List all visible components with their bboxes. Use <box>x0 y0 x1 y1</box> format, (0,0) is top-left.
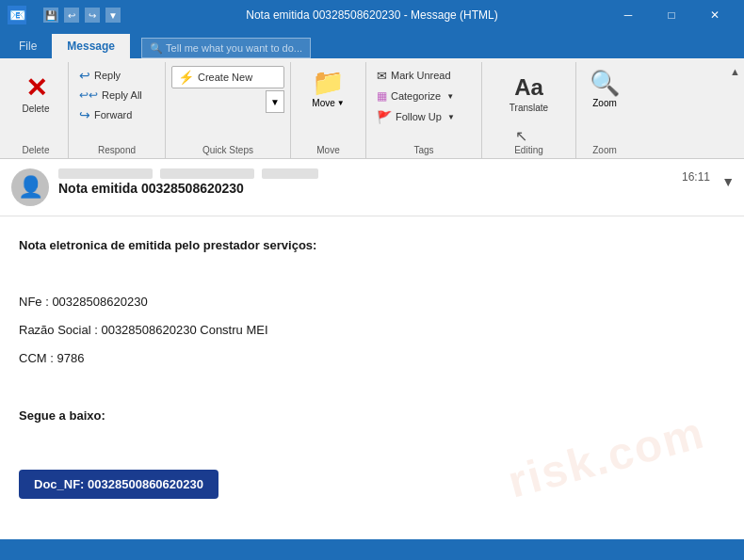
forward-label: Forward <box>94 109 132 120</box>
zoom-button[interactable]: 🔍 Zoom <box>585 64 624 113</box>
move-content: 📁 Move ▼ <box>303 62 353 143</box>
delete-icon: ✕ <box>25 75 47 102</box>
undo-titlebar-button[interactable]: ↩ <box>64 8 79 23</box>
respond-buttons: ↩ Reply ↩↩ Reply All ↪ Forward <box>74 64 159 124</box>
document-download-button[interactable]: Doc_NF: 00328500860620230 <box>19 470 218 499</box>
sender-extra-placeholder <box>262 168 318 179</box>
ribbon-group-editing: Aa Translate ↖ Editing <box>482 62 576 158</box>
editing-content: Aa Translate ↖ <box>501 62 558 143</box>
body-spacer1 <box>19 264 687 284</box>
move-group-label: Move <box>297 143 360 158</box>
zoom-group-label: Zoom <box>582 143 627 158</box>
message-meta: Nota emitida 00328508620230 <box>58 168 733 196</box>
message-container: 👤 Nota emitida 00328508620230 16:11 ▼ No… <box>0 159 744 539</box>
reply-icon: ↩ <box>79 68 90 83</box>
forward-icon: ↪ <box>79 107 90 122</box>
reply-label: Reply <box>94 70 121 81</box>
tags-content: ✉ Mark Unread ▦ Categorize ▼ 🚩 Follow Up… <box>372 62 476 143</box>
move-label: Move <box>312 98 334 108</box>
ribbon-collapse[interactable]: ▲ <box>730 62 740 158</box>
ribbon-group-tags: ✉ Mark Unread ▦ Categorize ▼ 🚩 Follow Up… <box>366 62 482 158</box>
delete-label: Delete <box>23 104 50 115</box>
tab-file[interactable]: File <box>4 34 52 58</box>
ribbon-group-quicksteps: ⚡ Create New ▼ Quick Steps <box>166 62 291 158</box>
sender-info <box>58 168 733 179</box>
quick-steps-dropdown[interactable]: ▼ <box>266 90 284 113</box>
close-button[interactable]: ✕ <box>693 0 736 30</box>
body-ccm: CCM : 9786 <box>19 348 687 369</box>
translate-icon: Aa <box>514 74 543 101</box>
create-new-button[interactable]: ⚡ Create New <box>171 66 284 88</box>
move-button[interactable]: 📁 Move ▼ <box>303 64 353 111</box>
quick-access-toolbar: 💾 ↩ ↪ ▼ <box>43 8 121 23</box>
body-spacer2 <box>19 376 687 397</box>
qat-dropdown-button[interactable]: ▼ <box>105 8 121 23</box>
body-nfe: NFe : 00328508620230 <box>19 292 687 312</box>
sender-email-placeholder <box>160 168 254 179</box>
move-area: 📁 Move ▼ <box>303 64 353 111</box>
status-bar <box>0 539 744 560</box>
quicksteps-content: ⚡ Create New ▼ <box>171 62 284 143</box>
ribbon-group-respond: ↩ Reply ↩↩ Reply All ↪ Forward Respond <box>69 62 166 158</box>
cursor-select-button[interactable]: ↖ <box>510 124 548 143</box>
save-titlebar-button[interactable]: 💾 <box>43 8 58 23</box>
message-body: Nota eletronica de emitida pelo prestado… <box>0 216 744 518</box>
mark-unread-icon: ✉ <box>377 69 387 83</box>
respond-group-content: ↩ Reply ↩↩ Reply All ↪ Forward <box>74 62 159 143</box>
maximize-button[interactable]: □ <box>650 0 693 30</box>
ribbon: ✕ Delete Delete ↩ Reply ↩↩ Reply All <box>0 58 744 159</box>
quicksteps-group-label: Quick Steps <box>171 143 284 158</box>
categorize-button[interactable]: ▦ Categorize ▼ <box>372 87 476 105</box>
follow-up-chevron-icon: ▼ <box>447 113 455 121</box>
delete-button[interactable]: ✕ Delete <box>11 64 60 126</box>
move-icon: 📁 <box>312 67 345 98</box>
expand-button[interactable]: ▼ <box>721 174 735 189</box>
mark-unread-label: Mark Unread <box>391 70 451 81</box>
tell-me-search[interactable]: 🔍 Tell me what you want to do... <box>141 38 311 58</box>
title-bar: 📧 💾 ↩ ↪ ▼ Nota emitida 00328508620230 - … <box>0 0 744 30</box>
cursor-icon: ↖ <box>515 127 527 145</box>
tags-group-label: Tags <box>372 143 476 158</box>
zoom-icon: 🔍 <box>590 69 620 98</box>
move-dropdown: Move ▼ <box>312 98 344 108</box>
reply-all-icon: ↩↩ <box>79 88 98 102</box>
redo-titlebar-button[interactable]: ↪ <box>85 8 100 23</box>
search-icon: 🔍 <box>150 42 163 55</box>
delete-group-content: ✕ Delete <box>9 62 62 143</box>
mark-unread-button[interactable]: ✉ Mark Unread <box>372 66 476 85</box>
translate-label: Translate <box>509 103 548 113</box>
ribbon-group-move: 📁 Move ▼ Move <box>291 62 366 158</box>
reply-all-button[interactable]: ↩↩ Reply All <box>74 86 159 104</box>
move-chevron-icon: ▼ <box>337 99 345 107</box>
body-segue: Segue a baixo: <box>19 406 687 426</box>
tab-message[interactable]: Message <box>52 34 130 58</box>
delete-group: ✕ Delete <box>9 64 62 126</box>
zoom-content: 🔍 Zoom <box>585 62 624 143</box>
categorize-label: Categorize <box>391 90 441 102</box>
translate-button[interactable]: Aa Translate <box>503 66 556 120</box>
categorize-icon: ▦ <box>377 89 387 103</box>
forward-button[interactable]: ↪ Forward <box>74 105 159 124</box>
window-title: Nota emitida 00328508620230 - Message (H… <box>246 8 497 22</box>
tell-me-text: Tell me what you want to do... <box>166 42 302 54</box>
title-bar-left: 📧 💾 ↩ ↪ ▼ <box>8 6 121 24</box>
reply-button[interactable]: ↩ Reply <box>74 66 159 85</box>
follow-up-label: Follow Up <box>396 111 442 122</box>
app-icon: 📧 <box>8 6 26 24</box>
minimize-button[interactable]: ─ <box>607 0 650 30</box>
respond-group-label: Respond <box>74 143 159 158</box>
create-new-label: Create New <box>198 72 252 83</box>
body-razao: Razão Social : 00328508620230 Constru ME… <box>19 320 687 341</box>
body-spacer3 <box>19 434 687 455</box>
window-controls: ─ □ ✕ <box>607 0 736 30</box>
create-new-icon: ⚡ <box>178 70 194 85</box>
quick-steps-area: ⚡ Create New ▼ <box>171 64 284 113</box>
ribbon-group-delete: ✕ Delete Delete <box>4 62 69 158</box>
avatar-person-icon: 👤 <box>18 175 43 200</box>
ribbon-collapse-icon[interactable]: ▲ <box>730 66 740 77</box>
reply-all-label: Reply All <box>102 89 142 101</box>
follow-up-button[interactable]: 🚩 Follow Up ▼ <box>372 107 476 126</box>
translate-area: Aa Translate ↖ <box>501 64 558 143</box>
sender-name-placeholder <box>58 168 153 179</box>
categorize-chevron-icon: ▼ <box>446 92 454 101</box>
